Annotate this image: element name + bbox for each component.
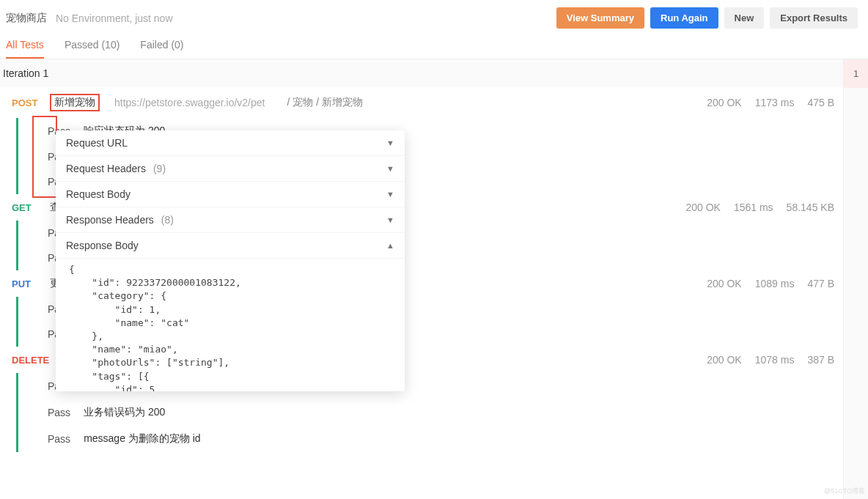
environment-info: No Environment, just now [56,12,173,24]
request-row[interactable]: POST 新增宠物 https://petstore.swagger.io/v2… [0,87,843,118]
tabs-bar: All Tests Passed (10) Failed (0) [0,34,868,59]
response-popover: Request URL ▼ Request Headers(9) ▼ Reque… [56,130,405,391]
size-text: 58.145 KB [787,202,834,213]
time-text: 1089 ms [755,278,795,289]
iteration-sidebar: 1 [843,59,868,499]
run-again-button[interactable]: Run Again [650,7,718,29]
chevron-down-icon: ▼ [386,138,394,147]
header-left: 宠物商店 No Environment, just now [6,12,173,25]
header-right: View Summary Run Again New Export Result… [556,7,858,29]
request-name: 新增宠物 [50,94,100,111]
test-result: Pass [48,407,70,418]
section-label: Response Body [66,240,139,251]
metrics: 200 OK 1078 ms 387 B [707,354,834,366]
section-count: (8) [161,214,174,226]
test-row: Passmessage 为删除的宠物 id [18,426,843,452]
tab-all-tests[interactable]: All Tests [6,39,44,59]
metrics: 200 OK 1089 ms 477 B [707,278,834,289]
method-badge: GET [12,202,41,213]
time-text: 1078 ms [755,354,795,366]
header-bar: 宠物商店 No Environment, just now View Summa… [0,0,868,34]
method-badge: POST [12,97,41,108]
popover-section-request-url[interactable]: Request URL ▼ [56,130,405,156]
iteration-number[interactable]: 1 [844,59,868,88]
test-name: message 为删除的宠物 id [84,432,200,446]
metrics: 200 OK 1561 ms 58.145 KB [685,202,834,213]
popover-section-response-body[interactable]: Response Body ▲ [56,233,405,259]
new-button[interactable]: New [724,7,765,29]
chevron-down-icon: ▼ [386,190,394,199]
collection-name: 宠物商店 [6,12,47,25]
time-text: 1561 ms [734,202,773,213]
watermark: @51CTO博客 [824,487,865,496]
test-row: Pass业务错误码为 200 [18,399,843,426]
iteration-label: Iteration 1 [0,59,843,87]
popover-section-response-headers[interactable]: Response Headers(8) ▼ [56,207,405,233]
section-count: (9) [153,163,166,174]
status-text: 200 OK [707,354,741,366]
popover-section-request-headers[interactable]: Request Headers(9) ▼ [56,156,405,182]
response-body-content: { "id": 9223372000001083122, "category":… [56,259,405,391]
test-name: 业务错误码为 200 [84,406,165,419]
tab-passed[interactable]: Passed (10) [65,39,119,59]
export-results-button[interactable]: Export Results [770,7,858,29]
size-text: 477 B [807,278,834,289]
method-badge: PUT [12,278,41,289]
section-label: Request Headers [66,163,146,174]
status-text: 200 OK [707,97,741,108]
status-text: 200 OK [685,202,720,213]
tab-failed[interactable]: Failed (0) [140,39,183,59]
size-text: 475 B [807,97,834,108]
section-label: Request URL [66,137,128,149]
chevron-down-icon: ▼ [386,164,394,173]
section-label: Request Body [66,188,130,200]
highlight-box [32,116,57,198]
time-text: 1173 ms [755,97,795,108]
metrics: 200 OK 1173 ms 475 B [707,97,834,108]
popover-section-request-body[interactable]: Request Body ▼ [56,182,405,207]
size-text: 387 B [807,354,834,366]
status-text: 200 OK [707,278,741,289]
request-path: / 宠物 / 新增宠物 [287,96,362,109]
chevron-down-icon: ▼ [386,215,394,224]
request-url: https://petstore.swagger.io/v2/pet [114,97,265,108]
chevron-up-icon: ▲ [386,241,394,250]
test-result: Pass [48,433,70,445]
method-badge: DELETE [12,355,49,366]
view-summary-button[interactable]: View Summary [556,7,644,29]
section-label: Response Headers [66,214,154,226]
